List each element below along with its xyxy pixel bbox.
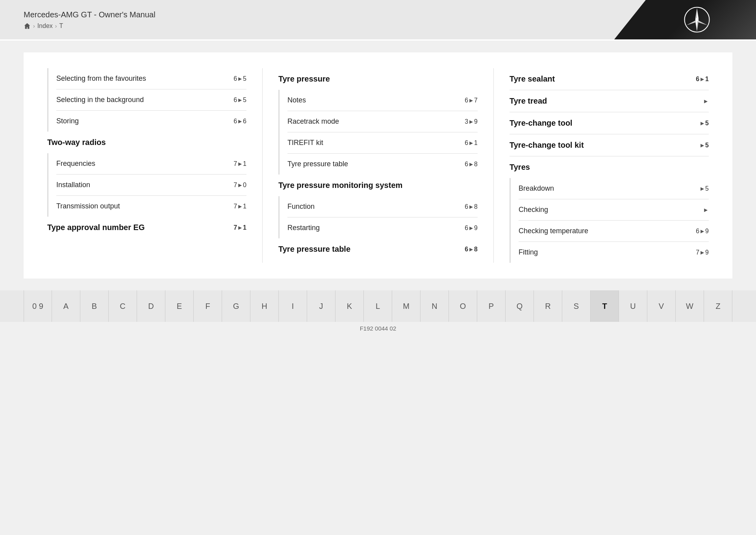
list-item[interactable]: Installation 7►0 bbox=[56, 174, 246, 195]
list-item[interactable]: Checking temperature 6►9 bbox=[519, 220, 709, 241]
manual-title: Mercedes-AMG GT - Owner's Manual bbox=[24, 10, 156, 19]
section-header-label: Type approval number EG bbox=[47, 223, 145, 232]
section-header-tyre-tread: Tyre tread ► bbox=[510, 90, 709, 112]
col1-sub-entries: Selecting from the favourites 6►5 Select… bbox=[47, 68, 246, 132]
nav-item-k[interactable]: K bbox=[335, 290, 364, 322]
nav-item-e[interactable]: E bbox=[165, 290, 194, 322]
entry-label: Tyre pressure table bbox=[287, 160, 465, 168]
nav-item-i[interactable]: I bbox=[279, 290, 307, 322]
list-item[interactable]: Selecting in the background 6►5 bbox=[56, 89, 246, 110]
breadcrumb-index[interactable]: Index bbox=[37, 22, 53, 30]
entry-label: Selecting from the favourites bbox=[56, 74, 233, 83]
nav-item-c[interactable]: C bbox=[109, 290, 137, 322]
list-item[interactable]: Checking ► bbox=[519, 199, 709, 220]
entry-label: Selecting in the background bbox=[56, 96, 233, 104]
entry-page: 6►9 bbox=[465, 225, 478, 232]
col1-sub2-entries: Frequencies 7►1 Installation 7►0 Transmi… bbox=[47, 153, 246, 217]
section-header-tyres: Tyres bbox=[510, 156, 709, 178]
entry-page: ►5 bbox=[699, 120, 709, 127]
entry-label: Breakdown bbox=[519, 184, 699, 193]
nav-item-b[interactable]: B bbox=[80, 290, 109, 322]
breadcrumb-sep1: › bbox=[33, 23, 35, 29]
entry-page: 7►9 bbox=[696, 249, 709, 256]
entry-page: 6►6 bbox=[233, 118, 246, 125]
nav-item-q[interactable]: Q bbox=[506, 290, 534, 322]
header: Mercedes-AMG GT - Owner's Manual › Index… bbox=[0, 0, 756, 39]
entry-label: Transmission output bbox=[56, 202, 233, 210]
entry-page: 6►8 bbox=[465, 246, 478, 253]
entry-page: 6►5 bbox=[233, 97, 246, 104]
breadcrumb: › Index › T bbox=[24, 22, 156, 30]
section-header-tyre-pressure-table: Tyre pressure table 6►8 bbox=[278, 238, 478, 260]
nav-item-f[interactable]: F bbox=[194, 290, 222, 322]
nav-item-z[interactable]: Z bbox=[704, 290, 732, 322]
entry-page: 3►9 bbox=[465, 118, 478, 125]
entry-label: Frequencies bbox=[56, 160, 233, 168]
entry-label: Racetrack mode bbox=[287, 117, 465, 126]
list-item[interactable]: TIREFIT kit 6►1 bbox=[287, 132, 478, 153]
col2-sub2-entries: Function 6►8 Restarting 6►9 bbox=[278, 196, 478, 238]
entry-page: 6►8 bbox=[465, 161, 478, 168]
nav-item-j[interactable]: J bbox=[307, 290, 335, 322]
svg-point-9 bbox=[695, 18, 699, 21]
list-item[interactable]: Restarting 6►9 bbox=[287, 217, 478, 238]
nav-item-t[interactable]: T bbox=[591, 290, 619, 322]
entry-label: Checking bbox=[519, 206, 703, 214]
list-item[interactable]: Selecting from the favourites 6►5 bbox=[56, 68, 246, 89]
nav-item-n[interactable]: N bbox=[421, 290, 449, 322]
nav-item-u[interactable]: U bbox=[619, 290, 647, 322]
footer-code: F192 0044 02 bbox=[0, 322, 756, 338]
entry-page: ►5 bbox=[699, 142, 709, 149]
list-item[interactable]: Function 6►8 bbox=[287, 196, 478, 217]
section-header-label: Tyre sealant bbox=[510, 74, 555, 84]
section-header-tyre-change-tool-kit: Tyre-change tool kit ►5 bbox=[510, 134, 709, 156]
col2-sub1-entries: Notes 6►7 Racetrack mode 3►9 TIREFIT kit… bbox=[278, 90, 478, 175]
list-item[interactable]: Breakdown ►5 bbox=[519, 178, 709, 199]
list-item[interactable]: Storing 6►6 bbox=[56, 110, 246, 132]
list-item[interactable]: Notes 6►7 bbox=[287, 90, 478, 111]
entry-label: Fitting bbox=[519, 248, 696, 256]
entry-page: 6►5 bbox=[233, 75, 246, 82]
nav-item-a[interactable]: A bbox=[52, 290, 80, 322]
list-item[interactable]: Tyre pressure table 6►8 bbox=[287, 153, 478, 175]
logo-area bbox=[614, 0, 756, 39]
main-content: Selecting from the favourites 6►5 Select… bbox=[24, 52, 732, 279]
nav-item-r[interactable]: R bbox=[534, 290, 562, 322]
nav-item-g[interactable]: G bbox=[222, 290, 250, 322]
nav-item-d[interactable]: D bbox=[137, 290, 165, 322]
nav-item-l[interactable]: L bbox=[364, 290, 392, 322]
entry-page: 6►7 bbox=[465, 97, 478, 104]
column-1: Selecting from the favourites 6►5 Select… bbox=[47, 68, 263, 263]
col3-sub5-entries: Breakdown ►5 Checking ► Checking tempera… bbox=[510, 178, 709, 263]
nav-item-m[interactable]: M bbox=[392, 290, 421, 322]
section-header-tyre-pressure: Tyre pressure bbox=[278, 68, 478, 90]
breadcrumb-letter[interactable]: T bbox=[59, 22, 63, 30]
entry-label: Notes bbox=[287, 96, 465, 104]
list-item[interactable]: Transmission output 7►1 bbox=[56, 195, 246, 217]
home-icon[interactable] bbox=[24, 22, 31, 30]
entry-page: ► bbox=[703, 206, 709, 213]
list-item[interactable]: Fitting 7►9 bbox=[519, 241, 709, 263]
entry-label: Storing bbox=[56, 117, 233, 125]
list-item[interactable]: Frequencies 7►1 bbox=[56, 153, 246, 174]
entry-page: ► bbox=[703, 98, 709, 104]
entry-label: Installation bbox=[56, 181, 233, 189]
section-header-label: Tyre-change tool bbox=[510, 119, 573, 128]
entry-page: 7►1 bbox=[233, 203, 246, 210]
svg-marker-1 bbox=[697, 8, 699, 20]
index-columns: Selecting from the favourites 6►5 Select… bbox=[47, 68, 709, 263]
nav-item-09[interactable]: 0 9 bbox=[24, 290, 52, 322]
nav-item-h[interactable]: H bbox=[250, 290, 279, 322]
nav-item-s[interactable]: S bbox=[562, 290, 591, 322]
nav-item-p[interactable]: P bbox=[477, 290, 506, 322]
list-item[interactable]: Racetrack mode 3►9 bbox=[287, 111, 478, 132]
nav-item-w[interactable]: W bbox=[676, 290, 704, 322]
column-3: Tyre sealant 6►1 Tyre tread ► Tyre-chang… bbox=[494, 68, 709, 263]
header-divider bbox=[0, 39, 756, 41]
entry-page: ►5 bbox=[699, 185, 709, 192]
mercedes-logo bbox=[683, 6, 711, 33]
section-header-label: Tyre tread bbox=[510, 97, 547, 106]
nav-item-o[interactable]: O bbox=[449, 290, 477, 322]
nav-item-v[interactable]: V bbox=[647, 290, 676, 322]
breadcrumb-sep2: › bbox=[55, 23, 57, 29]
